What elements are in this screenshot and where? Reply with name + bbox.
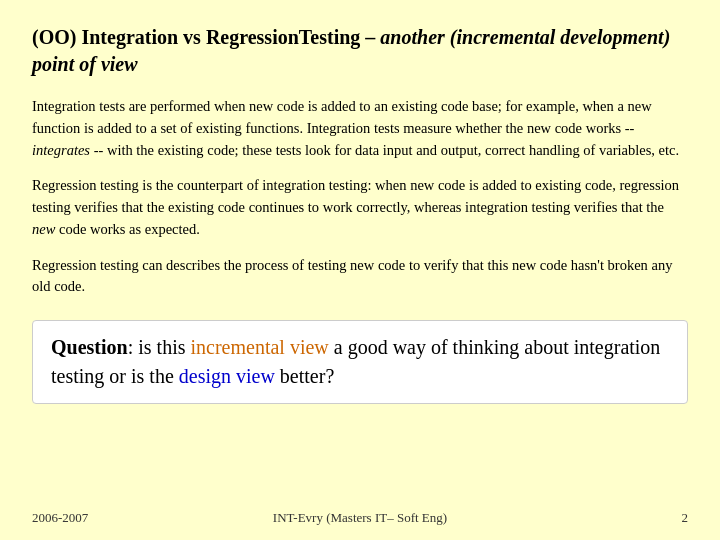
slide: (OO) Integration vs RegressionTesting – … — [0, 0, 720, 540]
question-bold-label: Question — [51, 336, 128, 358]
footer-year: 2006-2007 — [32, 510, 112, 526]
para2-text1: Regression testing is the counterpart of… — [32, 177, 679, 215]
incremental-view-text: incremental view — [190, 336, 328, 358]
footer-page-number: 2 — [608, 510, 688, 526]
para1-text1: Integration tests are performed when new… — [32, 98, 652, 136]
slide-title: (OO) Integration vs RegressionTesting – … — [32, 24, 688, 78]
para2-italic: new — [32, 221, 55, 237]
para1-italic: integrates — [32, 142, 90, 158]
para1-text2: -- with the existing code; these tests l… — [90, 142, 679, 158]
paragraph-2: Regression testing is the counterpart of… — [32, 175, 688, 240]
paragraph-1: Integration tests are performed when new… — [32, 96, 688, 161]
para3-text: Regression testing can describes the pro… — [32, 257, 672, 295]
paragraph-3: Regression testing can describes the pro… — [32, 255, 688, 299]
question-suffix: better? — [275, 365, 334, 387]
design-view-text: design view — [179, 365, 275, 387]
question-colon: : is this — [128, 336, 191, 358]
footer-center: INT-Evry (Masters IT– Soft Eng) — [112, 510, 608, 526]
question-text: Question: is this incremental view a goo… — [51, 333, 669, 391]
para2-text2: code works as expected. — [55, 221, 200, 237]
slide-footer: 2006-2007 INT-Evry (Masters IT– Soft Eng… — [32, 510, 688, 526]
question-box: Question: is this incremental view a goo… — [32, 320, 688, 404]
title-prefix: (OO) Integration vs RegressionTesting – — [32, 26, 380, 48]
